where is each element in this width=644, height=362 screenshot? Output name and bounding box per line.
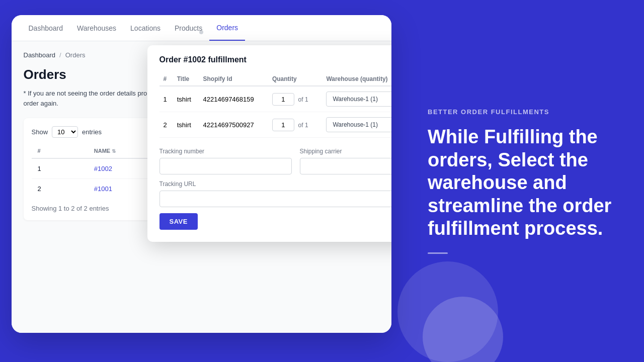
warehouse-select-2[interactable]: Warehouse-1 (1) (326, 117, 391, 132)
row-num: 2 (32, 179, 88, 199)
nav-item-locations[interactable]: Locations (123, 16, 168, 40)
fulfillment-title: Order #1002 fulfillment (159, 55, 391, 64)
nav-item-products[interactable]: Products (168, 16, 209, 40)
f-row-shopify-id: 42214697500927 (199, 112, 268, 138)
entries-select[interactable]: 10 25 50 (52, 126, 78, 138)
tracking-number-label: Tracking number (159, 148, 292, 155)
row-num: 1 (32, 158, 88, 179)
qty-input-1[interactable] (272, 93, 294, 106)
f-row-shopify-id: 42214697468159 (199, 86, 268, 112)
show-label: Show (32, 128, 48, 136)
f-row-num: 1 (159, 86, 173, 112)
tracking-number-group: Tracking number (159, 148, 292, 174)
right-heading: While Fulfilling the orders, Select the … (428, 126, 619, 240)
fulfillment-modal: Order #1002 fulfillment # Title Shopify … (147, 45, 391, 242)
tracking-url-label: Tracking URL (159, 180, 391, 188)
of-text-2: of 1 (298, 122, 308, 129)
breadcrumb-home[interactable]: Dashboard (24, 51, 56, 59)
content-area: Dashboard / Orders Orders * If you are n… (12, 41, 391, 333)
breadcrumb-separator: / (59, 51, 61, 59)
f-col-num: # (159, 72, 173, 86)
nav-item-dashboard[interactable]: Dashboard (22, 16, 70, 40)
of-text-1: of 1 (298, 96, 308, 103)
tracking-url-row: Tracking URL (159, 180, 391, 207)
nav-bar: Dashboard Warehouses Locations Products … (12, 15, 391, 41)
tracking-url-input[interactable] (159, 191, 391, 207)
fulfillment-table: # Title Shopify Id Quantity Warehouse (q… (159, 72, 391, 138)
f-row-qty-cell: of 1 (268, 112, 322, 138)
nav-item-warehouses[interactable]: Warehouses (70, 16, 123, 40)
fulfillment-row: 1 tshirt 42214697468159 of 1 Warehouse-1… (159, 86, 391, 112)
right-label: BETTER ORDER FULFILLMENTS (428, 108, 619, 116)
qty-input-2[interactable] (272, 119, 294, 131)
tracking-row: Tracking number Shipping carrier (159, 148, 391, 174)
f-row-qty-cell: of 1 (268, 86, 322, 112)
shipping-carrier-group: Shipping carrier (300, 148, 391, 174)
f-col-qty: Quantity (268, 72, 322, 86)
f-col-warehouse: Warehouse (quantity) (322, 72, 391, 86)
f-row-title: tshirt (173, 86, 199, 112)
f-col-title: Title (173, 72, 199, 86)
app-card: Dashboard Warehouses Locations Products … (12, 15, 391, 333)
entries-label: entries (82, 128, 102, 136)
sort-icon: ⇅ (112, 148, 116, 154)
tracking-number-input[interactable] (159, 158, 292, 174)
fulfillment-row: 2 tshirt 42214697500927 of 1 Warehouse-1… (159, 112, 391, 138)
f-col-shopify: Shopify Id (199, 72, 268, 86)
f-row-title: tshirt (173, 112, 199, 138)
f-row-warehouse-cell: Warehouse-1 (1) (322, 112, 391, 138)
save-button[interactable]: SAVE (159, 213, 198, 230)
left-panel: Dashboard Warehouses Locations Products … (0, 0, 403, 362)
warehouse-select-1[interactable]: Warehouse-1 (1) (326, 92, 391, 107)
tracking-url-group: Tracking URL (159, 180, 391, 207)
right-divider (428, 252, 448, 254)
f-row-warehouse-cell: Warehouse-1 (1) (322, 86, 391, 112)
shipping-carrier-input[interactable] (300, 158, 391, 174)
col-header-num: # (32, 144, 88, 158)
breadcrumb-current: Orders (65, 51, 86, 59)
nav-item-orders[interactable]: Orders (209, 16, 245, 41)
shipping-carrier-label: Shipping carrier (300, 148, 391, 155)
f-row-num: 2 (159, 112, 173, 138)
